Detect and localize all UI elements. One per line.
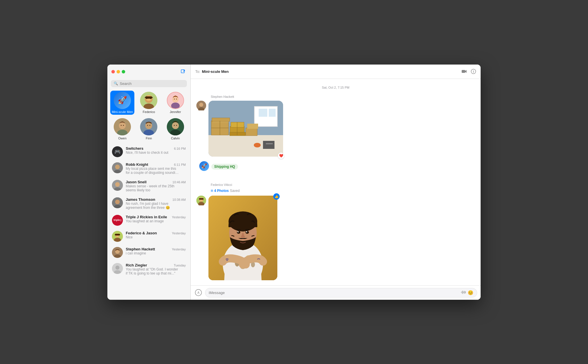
conv-avatar-federico-jason <box>112 231 123 242</box>
pinned-finn[interactable]: Finn <box>137 117 161 141</box>
svg-point-80 <box>254 143 261 147</box>
pinned-name-federico: Federico <box>143 110 155 114</box>
svg-rect-76 <box>231 122 244 127</box>
svg-rect-60 <box>462 70 465 73</box>
info-button[interactable] <box>471 69 476 74</box>
pinned-federico[interactable]: Federico <box>137 91 161 115</box>
svg-point-38 <box>176 125 177 126</box>
svg-point-31 <box>147 125 148 126</box>
pinned-jennifer[interactable]: Jennifer <box>163 91 187 115</box>
svg-point-46 <box>115 200 120 204</box>
messages-container: Sat, Oct 2, 7:15 PM Stephen Hackett <box>191 79 481 285</box>
conv-content-rich: Rich Ziegler Tuesday You laughed at "Oh … <box>126 263 186 275</box>
conv-content-stephen: Stephen Hackett Yesterday i can imagine <box>126 247 186 255</box>
conv-time-switchers: 6:16 PM <box>174 147 186 150</box>
shipping-hq-row: 🚀 Shipping HQ <box>199 161 475 171</box>
svg-point-40 <box>115 165 120 169</box>
pinned-mini-scule-men[interactable]: 🚀 Mini-scule Men <box>110 91 134 115</box>
conv-avatar-stephen <box>112 247 123 258</box>
photos-count: 4 Photos <box>214 189 229 193</box>
fullscreen-button[interactable] <box>122 70 125 73</box>
conv-preview-rich: You laughed at "Oh God. I wonder if TK i… <box>126 267 180 275</box>
conv-james-thomson[interactable]: James Thomson 10:38 AM No rush, I'm just… <box>109 195 189 212</box>
conv-federico-jason[interactable]: Federico & Jason Yesterday Nice <box>109 229 189 244</box>
conv-content-switchers: Switchers 6:16 PM Nice, I'll have to che… <box>126 146 186 155</box>
conv-name-switchers: Switchers <box>126 146 143 151</box>
conv-preview-triplej: You laughed at an image <box>126 219 180 223</box>
shipping-hq-avatar: 🚀 <box>199 161 209 171</box>
conv-content-james: James Thomson 10:38 AM No rush, I'm just… <box>126 197 186 210</box>
conv-triple-j[interactable]: triple·j Triple J Rickies in Exile Yeste… <box>109 213 189 228</box>
svg-point-19 <box>174 98 175 99</box>
svg-rect-89 <box>199 198 204 200</box>
conv-time-robb: 6:11 PM <box>174 163 186 166</box>
chat-header-actions <box>462 69 476 74</box>
conv-preview-robb: My local pizza place sent me this for a … <box>126 167 180 175</box>
avatar-finn <box>140 118 157 135</box>
svg-point-104 <box>245 231 249 234</box>
svg-rect-78 <box>246 128 257 136</box>
conv-avatar-robb <box>112 162 123 173</box>
svg-point-65 <box>199 103 203 107</box>
conv-time-james: 10:38 AM <box>173 198 186 201</box>
traffic-lights <box>111 70 125 73</box>
svg-rect-63 <box>473 71 474 73</box>
conv-name-rich: Rich Ziegler <box>126 263 147 267</box>
chat-group-name: Mini-scule Men <box>202 69 229 74</box>
svg-point-18 <box>173 96 178 102</box>
avatar-jennifer <box>167 92 184 109</box>
grid-icon: ⊞ <box>211 189 213 192</box>
sidebar-titlebar <box>107 65 190 79</box>
svg-point-17 <box>171 102 180 109</box>
conv-content-federico-jason: Federico & Jason Yesterday Nice <box>126 231 186 239</box>
svg-rect-79 <box>247 124 258 129</box>
svg-point-20 <box>176 98 177 99</box>
compose-button[interactable] <box>180 69 186 75</box>
search-icon: 🔍 <box>114 81 118 85</box>
sidebar: 🔍 🚀 <box>107 65 191 300</box>
svg-rect-81 <box>263 141 274 149</box>
svg-point-26 <box>123 125 124 126</box>
conv-rich-ziegler[interactable]: Rich Ziegler Tuesday You laughed at "Oh … <box>109 261 189 278</box>
message-input[interactable] <box>209 291 461 295</box>
message-row-stephen: ❤️ <box>196 101 475 158</box>
close-button[interactable] <box>111 70 115 73</box>
conv-jason-snell[interactable]: Jason Snell 10:46 AM Makes sense - week … <box>109 178 189 194</box>
to-label: To: <box>195 69 200 74</box>
msg-avatar-federico <box>196 196 206 205</box>
emoji-icon[interactable]: 😊 <box>468 290 473 295</box>
sender-name-stephen: Stephen Hackett <box>211 95 475 98</box>
messages-window: 🔍 🚀 <box>107 65 481 300</box>
minimize-button[interactable] <box>117 70 120 73</box>
svg-point-62 <box>473 70 474 71</box>
avatar-owen <box>114 118 131 135</box>
message-input-wrap: 😊 <box>205 288 477 297</box>
svg-rect-71 <box>269 109 276 117</box>
conv-robb-knight[interactable]: Robb Knight 6:11 PM My local pizza place… <box>109 160 189 177</box>
conv-name-james: James Thomson <box>126 197 155 202</box>
svg-point-11 <box>146 98 147 99</box>
sender-name-federico: Federico Viticci <box>211 183 475 186</box>
search-input[interactable] <box>120 81 184 86</box>
conv-time-stephen: Yesterday <box>172 248 186 251</box>
conv-switchers[interactable]: 🎮 Switchers 6:16 PM Nice, I'll have to c… <box>109 144 189 159</box>
svg-point-103 <box>237 231 240 234</box>
video-call-button[interactable] <box>462 69 467 73</box>
app-store-button[interactable]: A <box>194 288 203 297</box>
conv-content-triplej: Triple J Rickies in Exile Yesterday You … <box>126 215 186 223</box>
svg-point-105 <box>237 231 239 232</box>
photos-saved: Saved <box>230 189 240 193</box>
conv-name-robb: Robb Knight <box>126 162 148 167</box>
pinned-calvin[interactable]: Calvin <box>163 117 187 141</box>
conv-name-federico-jason: Federico & Jason <box>126 231 157 235</box>
conversation-list: 🎮 Switchers 6:16 PM Nice, I'll have to c… <box>107 144 190 300</box>
search-bar[interactable]: 🔍 <box>111 80 187 87</box>
conv-stephen-hackett[interactable]: Stephen Hackett Yesterday i can imagine <box>109 245 189 260</box>
svg-point-43 <box>115 182 120 187</box>
conv-content-robb: Robb Knight 6:11 PM My local pizza place… <box>126 162 186 175</box>
pinned-owen[interactable]: Owen <box>110 117 134 141</box>
svg-text:A: A <box>198 291 200 294</box>
pinned-name-calvin: Calvin <box>171 137 180 140</box>
input-right-icons: 😊 <box>461 290 473 295</box>
svg-rect-74 <box>212 118 230 121</box>
